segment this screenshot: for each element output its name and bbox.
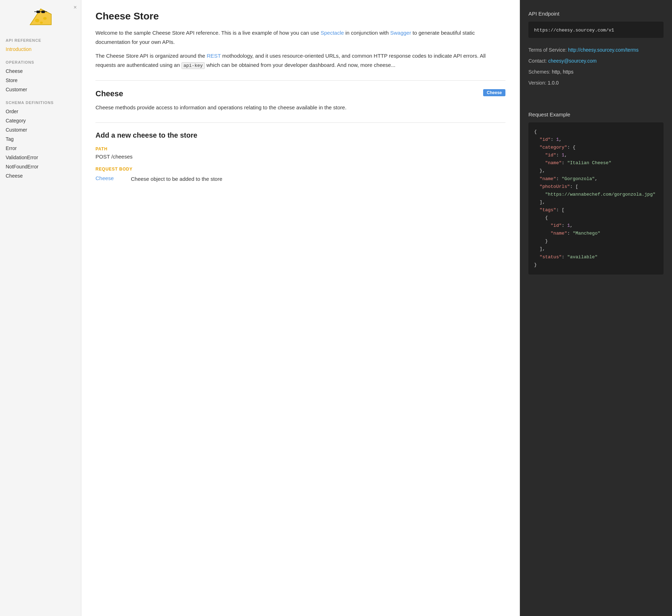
request-body-section: REQUEST BODY Cheese Cheese object to be …: [95, 167, 505, 183]
endpoint-url-box: https://cheesy.sourcey.com/v1: [528, 22, 664, 38]
cheese-badge: Cheese: [483, 89, 505, 96]
logo-icon: [27, 7, 55, 28]
cheese-section-title: Cheese: [95, 89, 505, 98]
api-key-code: api-key: [181, 62, 205, 69]
sidebar: × API REFERENCE Introduction OPERATIONS …: [0, 0, 81, 616]
sidebar-item-category[interactable]: Category: [0, 116, 81, 125]
intro-paragraph-2: The Cheese Store API is organized around…: [95, 51, 505, 70]
request-body-row: Cheese Cheese object to be added to the …: [95, 175, 505, 183]
page-title: Cheese Store: [95, 11, 505, 22]
spacer: [528, 90, 664, 111]
sidebar-item-cheese[interactable]: Cheese: [0, 67, 81, 76]
schemes-value: http, https: [552, 69, 573, 75]
intro-paragraph-1: Welcome to the sample Cheese Store API r…: [95, 28, 505, 46]
operations-label: OPERATIONS: [0, 54, 81, 67]
contact-row: Contact: cheesy@sourcey.com: [528, 57, 664, 65]
version-value: 1.0.0: [548, 80, 558, 86]
path-value: POST /cheeses: [95, 154, 505, 160]
request-body-type[interactable]: Cheese: [95, 175, 124, 181]
schema-definitions-label: SCHEMA DEFINITIONS: [0, 94, 81, 107]
sidebar-item-introduction[interactable]: Introduction: [0, 45, 81, 54]
sidebar-item-cheese-schema[interactable]: Cheese: [0, 171, 81, 180]
sidebar-item-order[interactable]: Order: [0, 107, 81, 116]
terms-of-service-row: Terms of Service: http://cheesy.sourcey.…: [528, 46, 664, 54]
contact-label: Contact:: [528, 58, 548, 64]
cheese-section-header: Cheese Cheese: [95, 89, 505, 103]
request-example-code: { "id": 1, "category": { "id": 1, "name"…: [528, 122, 664, 275]
svg-point-1: [35, 19, 39, 22]
sidebar-item-not-found-error[interactable]: NotFoundError: [0, 162, 81, 171]
schemes-label: Schemes:: [528, 69, 552, 75]
request-body-label: REQUEST BODY: [95, 167, 505, 172]
right-panel: API Endpoint https://cheesy.sourcey.com/…: [520, 0, 672, 616]
sidebar-item-customer-schema[interactable]: Customer: [0, 125, 81, 134]
api-reference-label: API REFERENCE: [0, 32, 81, 45]
sidebar-item-tag[interactable]: Tag: [0, 134, 81, 144]
contact-email[interactable]: cheesy@sourcey.com: [548, 58, 597, 64]
terms-link[interactable]: http://cheesy.sourcey.com/terms: [568, 47, 638, 53]
path-label: PATH: [95, 146, 505, 151]
logo-area: ×: [0, 0, 81, 32]
version-label: Version:: [528, 80, 548, 86]
swagger-link[interactable]: Swagger: [390, 30, 411, 36]
svg-rect-4: [36, 11, 40, 13]
section-divider-2: [95, 122, 505, 123]
request-example-title: Request Example: [528, 111, 664, 117]
cheese-section-desc: Cheese methods provide access to informa…: [95, 103, 505, 112]
spectacle-link[interactable]: Spectacle: [320, 30, 344, 36]
close-button[interactable]: ×: [74, 4, 77, 11]
sidebar-item-validation-error[interactable]: ValidationError: [0, 153, 81, 162]
svg-point-3: [40, 22, 43, 24]
request-body-desc: Cheese object to be added to the store: [131, 175, 222, 183]
sidebar-item-store[interactable]: Store: [0, 76, 81, 85]
schemes-row: Schemes: http, https: [528, 68, 664, 76]
api-endpoint-title: API Endpoint: [528, 11, 664, 17]
rest-link[interactable]: REST: [207, 53, 221, 59]
main-content: Cheese Store Welcome to the sample Chees…: [81, 0, 520, 616]
sidebar-item-customer-op[interactable]: Customer: [0, 85, 81, 94]
sidebar-item-error[interactable]: Error: [0, 144, 81, 153]
terms-label: Terms of Service:: [528, 47, 568, 53]
section-divider-1: [95, 80, 505, 81]
svg-point-2: [43, 17, 47, 20]
endpoint-url: https://cheesy.sourcey.com/v1: [534, 28, 614, 33]
version-row: Version: 1.0.0: [528, 79, 664, 87]
endpoint-title: Add a new cheese to the store: [95, 131, 505, 139]
svg-rect-5: [41, 11, 45, 13]
